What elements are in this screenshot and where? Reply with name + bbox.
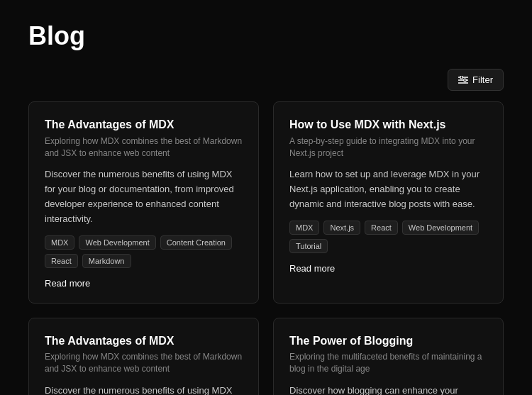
tag: React (45, 254, 78, 268)
toolbar: Filter (0, 62, 532, 101)
card-3: The Advantages of MDXExploring how MDX c… (28, 318, 259, 395)
tag: Content Creation (160, 235, 232, 250)
card-subtitle: Exploring the multifaceted benefits of m… (289, 351, 487, 375)
svg-rect-3 (460, 76, 462, 79)
card-title: How to Use MDX with Next.js (289, 118, 487, 133)
card-description: Learn how to set up and leverage MDX in … (289, 167, 487, 211)
filter-label: Filter (472, 74, 493, 85)
tag: MDX (289, 221, 319, 235)
page-title: Blog (28, 21, 504, 51)
page-header: Blog (0, 0, 532, 62)
card-description: Discover the numerous benefits of using … (45, 384, 243, 395)
card-4: The Power of BloggingExploring the multi… (273, 318, 504, 395)
card-subtitle: Exploring how MDX combines the best of M… (45, 135, 243, 160)
cards-grid: The Advantages of MDXExploring how MDX c… (0, 101, 532, 395)
card-1: The Advantages of MDXExploring how MDX c… (28, 101, 259, 304)
tag: Next.js (323, 221, 360, 235)
svg-rect-4 (464, 79, 466, 82)
card-2: How to Use MDX with Next.jsA step-by-ste… (273, 101, 504, 304)
card-description: Discover the numerous benefits of using … (45, 167, 243, 226)
tag: Web Development (79, 235, 155, 250)
read-more-link[interactable]: Read more (289, 263, 487, 274)
card-title: The Advantages of MDX (45, 334, 243, 349)
card-title: The Advantages of MDX (45, 118, 243, 133)
tag: MDX (45, 235, 74, 250)
card-title: The Power of Blogging (289, 334, 487, 349)
card-tags: MDXNext.jsReactWeb DevelopmentTutorial (289, 221, 487, 253)
read-more-link[interactable]: Read more (45, 278, 243, 289)
tag: Web Development (402, 221, 479, 235)
tag: React (365, 221, 398, 235)
tag: Markdown (82, 254, 131, 268)
tag: Tutorial (289, 239, 328, 253)
card-description: Discover how blogging can enhance your p… (289, 384, 487, 395)
card-subtitle: A step-by-step guide to integrating MDX … (289, 135, 487, 160)
filter-icon (458, 76, 468, 84)
filter-button[interactable]: Filter (448, 69, 504, 91)
card-subtitle: Exploring how MDX combines the best of M… (45, 351, 243, 375)
card-tags: MDXWeb DevelopmentContent CreationReactM… (45, 235, 243, 268)
